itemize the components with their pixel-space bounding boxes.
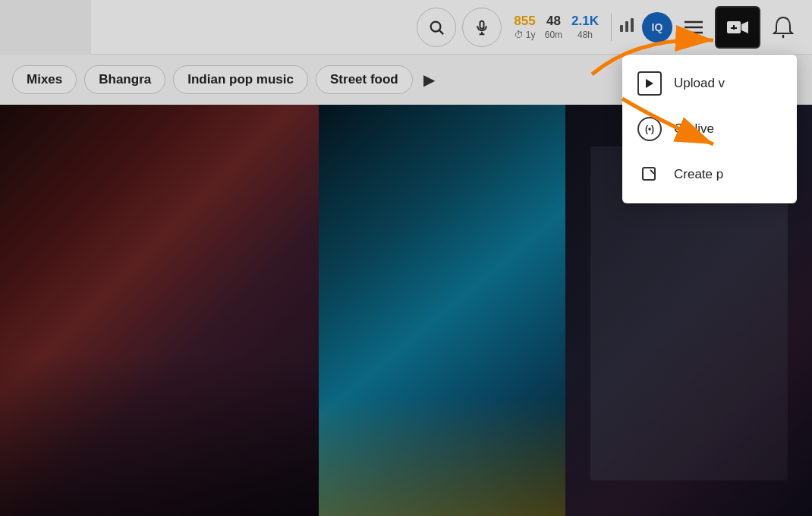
svg-line-18	[650, 170, 654, 174]
arrow-to-dropdown	[584, 83, 736, 159]
create-post-icon	[637, 162, 662, 187]
create-post-label: Create p	[674, 167, 723, 182]
